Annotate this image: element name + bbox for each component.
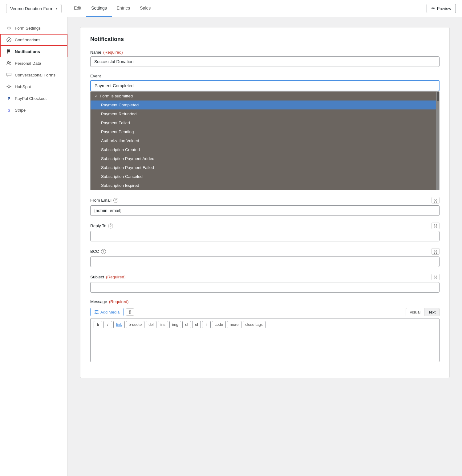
tab-sales[interactable]: Sales — [135, 0, 156, 17]
notifications-panel: Notifications Name (Required) Event Paym… — [80, 27, 450, 378]
text-view-btn[interactable]: Text — [424, 308, 440, 316]
scroll-thumb — [437, 92, 439, 101]
event-wrapper: Payment Completed ✓ Form is submitted — [90, 80, 440, 190]
message-label: Message (Required) — [90, 299, 440, 304]
message-field-group: Message (Required) 🖼 Add Media {} Visual — [90, 299, 440, 362]
tab-settings[interactable]: Settings — [86, 0, 112, 17]
tab-edit[interactable]: Edit — [69, 0, 86, 17]
dropdown-item-subscription-created[interactable]: Subscription Created — [91, 145, 439, 154]
format-close-tags-btn[interactable]: close tags — [243, 321, 265, 328]
dropdown-item-payment-failed[interactable]: Payment Failed — [91, 118, 439, 127]
sidebar-item-notifications[interactable]: Notifications — [0, 46, 67, 57]
bcc-help-icon[interactable]: ? — [101, 249, 106, 254]
event-select-display[interactable]: Payment Completed — [90, 80, 440, 91]
format-italic-btn[interactable]: i — [103, 321, 112, 328]
panel-title: Notifications — [90, 36, 440, 43]
paypal-icon: P — [6, 96, 12, 101]
message-editor: b i link b-quote del ins img ul ol li co… — [90, 318, 440, 362]
format-more-btn[interactable]: more — [227, 321, 241, 328]
topbar-right: 👁 Preview — [427, 4, 456, 13]
sidebar-item-hubspot[interactable]: HubSpot — [0, 81, 67, 92]
dropdown-item-payment-pending[interactable]: Payment Pending — [91, 127, 439, 136]
format-code-btn[interactable]: code — [212, 321, 226, 328]
check-icon: ✓ — [95, 94, 98, 98]
add-media-icon: 🖼 — [94, 310, 99, 314]
event-dropdown: ✓ Form is submitted Payment Completed — [90, 91, 440, 190]
format-img-btn[interactable]: img — [169, 321, 181, 328]
dropdown-item-subscription-expired[interactable]: Subscription Expired — [91, 181, 439, 190]
topbar-nav: Edit Settings Entries Sales — [69, 0, 156, 17]
message-toolbar-right: Visual Text — [406, 308, 440, 316]
sidebar-item-stripe[interactable]: S Stripe — [0, 104, 67, 116]
bcc-label: BCC ? — [90, 249, 106, 254]
format-bar: b i link b-quote del ins img ul ol li co… — [91, 318, 439, 331]
people-icon — [6, 60, 12, 66]
add-media-button[interactable]: 🖼 Add Media — [90, 308, 124, 316]
sidebar-item-confirmations[interactable]: Confirmations — [0, 34, 67, 46]
from-email-help-icon[interactable]: ? — [113, 198, 118, 203]
name-input[interactable] — [90, 56, 440, 67]
subject-input[interactable] — [90, 282, 440, 293]
dropdown-item-subscription-payment-added[interactable]: Subscription Payment Added — [91, 154, 439, 163]
reply-to-input[interactable] — [90, 231, 440, 241]
format-del-btn[interactable]: del — [146, 321, 156, 328]
main-content: Notifications Name (Required) Event Paym… — [68, 17, 462, 476]
message-textarea[interactable] — [91, 331, 439, 362]
stripe-icon: S — [6, 107, 12, 113]
dropdown-item-subscription-payment-failed[interactable]: Subscription Payment Failed — [91, 163, 439, 172]
tab-entries[interactable]: Entries — [112, 0, 135, 17]
visual-view-btn[interactable]: Visual — [406, 308, 424, 316]
bcc-field-group: BCC ? {·} — [90, 248, 440, 267]
svg-point-0 — [7, 38, 11, 42]
format-li-btn[interactable]: li — [202, 321, 211, 328]
sidebar-item-paypal-checkout[interactable]: P PayPal Checkout — [0, 92, 67, 104]
format-bold-btn[interactable]: b — [94, 321, 102, 328]
svg-point-4 — [8, 86, 10, 88]
message-toolbar-left: 🖼 Add Media {} — [90, 308, 134, 316]
from-email-input[interactable] — [90, 205, 440, 216]
dropdown-scrollbar[interactable] — [436, 92, 439, 190]
format-bquote-btn[interactable]: b-quote — [126, 321, 144, 328]
format-ins-btn[interactable]: ins — [158, 321, 168, 328]
from-email-label: From Email ? — [90, 198, 118, 203]
dropdown-item-form-submitted[interactable]: ✓ Form is submitted — [91, 92, 439, 101]
sidebar-item-personal-data[interactable]: Personal Data — [0, 57, 67, 69]
format-link-btn[interactable]: link — [113, 321, 125, 328]
topbar: Venmo Donation Form ▾ Edit Settings Entr… — [0, 0, 462, 17]
subject-label: Subject (Required) — [90, 275, 126, 279]
eye-icon: 👁 — [431, 6, 435, 11]
format-ul-btn[interactable]: ul — [182, 321, 191, 328]
dropdown-item-subscription-canceled[interactable]: Subscription Canceled — [91, 172, 439, 181]
subject-merge-tag-btn[interactable]: {·} — [432, 274, 440, 280]
dropdown-item-payment-refunded[interactable]: Payment Refunded — [91, 109, 439, 118]
preview-button[interactable]: 👁 Preview — [427, 4, 456, 13]
bcc-label-row: BCC ? {·} — [90, 248, 440, 255]
check-circle-icon — [6, 37, 12, 43]
gear-icon: ⚙ — [6, 25, 12, 31]
flag-icon — [6, 49, 12, 54]
svg-point-2 — [10, 62, 11, 63]
reply-to-merge-tag-btn[interactable]: {·} — [432, 223, 440, 229]
svg-rect-3 — [7, 73, 11, 76]
form-selector[interactable]: Venmo Donation Form ▾ — [6, 4, 62, 13]
reply-to-help-icon[interactable]: ? — [108, 224, 113, 228]
svg-point-1 — [8, 62, 9, 63]
message-merge-tag-btn[interactable]: {} — [126, 308, 134, 316]
from-email-merge-tag-btn[interactable]: {·} — [432, 197, 440, 203]
layout: ⚙ Form Settings Confirmations Notificati… — [0, 17, 462, 476]
reply-to-label-row: Reply To ? {·} — [90, 223, 440, 229]
dropdown-item-authorization-voided[interactable]: Authorization Voided — [91, 136, 439, 145]
message-toolbar: 🖼 Add Media {} Visual Text — [90, 306, 440, 318]
bcc-input[interactable] — [90, 256, 440, 267]
reply-to-field-group: Reply To ? {·} — [90, 223, 440, 241]
dropdown-item-payment-completed[interactable]: Payment Completed — [91, 101, 439, 109]
bcc-merge-tag-btn[interactable]: {·} — [432, 248, 440, 255]
sidebar-item-form-settings[interactable]: ⚙ Form Settings — [0, 22, 67, 34]
name-label: Name (Required) — [90, 50, 440, 55]
hubspot-icon — [6, 84, 12, 89]
event-field-group: Event Payment Completed ✓ Form is submit… — [90, 74, 440, 190]
subject-field-group: Subject (Required) {·} — [90, 274, 440, 293]
from-email-label-row: From Email ? {·} — [90, 197, 440, 203]
format-ol-btn[interactable]: ol — [192, 321, 201, 328]
sidebar-item-conversational-forms[interactable]: Conversational Forms — [0, 69, 67, 81]
